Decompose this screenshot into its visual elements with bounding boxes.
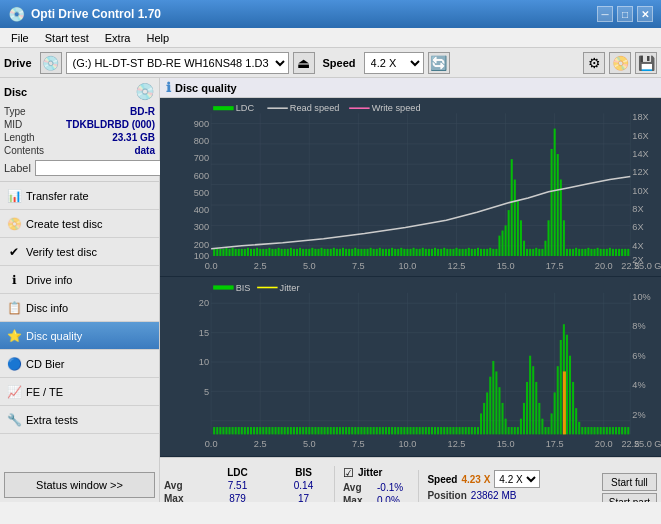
svg-rect-323 bbox=[575, 409, 577, 435]
svg-rect-37 bbox=[271, 249, 273, 256]
svg-rect-220 bbox=[259, 427, 261, 434]
menu-extra[interactable]: Extra bbox=[98, 29, 138, 47]
contents-row: Contents data bbox=[4, 144, 155, 157]
svg-rect-149 bbox=[615, 249, 617, 256]
svg-rect-304 bbox=[517, 427, 519, 434]
verify-test-disc-icon: ✔ bbox=[6, 245, 22, 259]
settings-button[interactable]: ⚙ bbox=[583, 52, 605, 74]
close-button[interactable]: ✕ bbox=[637, 6, 653, 22]
stats-section: LDC BIS Avg 7.51 0.14 Max 879 17 Total 2… bbox=[160, 457, 661, 502]
sidebar-item-fe-te[interactable]: 📈 FE / TE bbox=[0, 378, 159, 406]
svg-rect-54 bbox=[324, 249, 326, 256]
svg-rect-277 bbox=[434, 427, 436, 434]
svg-rect-46 bbox=[299, 248, 301, 256]
svg-rect-362 bbox=[213, 286, 233, 290]
svg-text:5: 5 bbox=[204, 387, 209, 397]
speed-select[interactable]: 4.2 X bbox=[364, 52, 424, 74]
svg-rect-55 bbox=[327, 249, 329, 256]
svg-rect-123 bbox=[535, 248, 537, 256]
eject-button[interactable]: ⏏ bbox=[293, 52, 315, 74]
drive-select[interactable]: (G:) HL-DT-ST BD-RE WH16NS48 1.D3 bbox=[66, 52, 289, 74]
sidebar-item-extra-tests[interactable]: 🔧 Extra tests bbox=[0, 406, 159, 434]
label-input[interactable] bbox=[35, 160, 168, 176]
jitter-section: ☑ Jitter Avg -0.1% Max 0.0% Total 379524 bbox=[334, 466, 410, 502]
svg-rect-279 bbox=[440, 427, 442, 434]
svg-rect-315 bbox=[551, 414, 553, 435]
svg-rect-84 bbox=[416, 249, 418, 256]
svg-rect-328 bbox=[590, 427, 592, 434]
svg-rect-56 bbox=[330, 249, 332, 256]
svg-rect-33 bbox=[259, 249, 261, 256]
svg-rect-267 bbox=[403, 427, 405, 434]
menu-help[interactable]: Help bbox=[139, 29, 176, 47]
svg-rect-266 bbox=[400, 427, 402, 434]
svg-rect-96 bbox=[452, 249, 454, 256]
svg-rect-82 bbox=[409, 249, 411, 256]
svg-rect-74 bbox=[385, 249, 387, 256]
svg-text:6%: 6% bbox=[632, 351, 645, 361]
length-label: Length bbox=[4, 132, 35, 143]
svg-rect-129 bbox=[554, 129, 556, 256]
svg-rect-22 bbox=[225, 248, 227, 256]
speed-header: Speed 4.23 X 4.2 X bbox=[427, 470, 540, 488]
svg-rect-124 bbox=[538, 249, 540, 256]
svg-rect-256 bbox=[370, 427, 372, 434]
svg-rect-336 bbox=[615, 427, 617, 434]
drive-icon-btn[interactable]: 💿 bbox=[40, 52, 62, 74]
disc-action-button[interactable]: 📀 bbox=[609, 52, 631, 74]
content-area: ℹ Disc quality bbox=[160, 78, 661, 502]
start-full-button[interactable]: Start full bbox=[602, 473, 657, 491]
svg-rect-29 bbox=[247, 248, 249, 256]
svg-rect-148 bbox=[612, 249, 614, 256]
svg-rect-236 bbox=[308, 427, 310, 434]
sidebar-item-create-test-disc[interactable]: 📀 Create test disc bbox=[0, 210, 159, 238]
svg-rect-41 bbox=[284, 249, 286, 256]
sidebar-item-cd-bier[interactable]: 🔵 CD Bier bbox=[0, 350, 159, 378]
speed-section: Speed 4.23 X 4.2 X Position 23862 MB Sam… bbox=[418, 470, 540, 502]
sidebar-item-disc-quality[interactable]: ⭐ Disc quality bbox=[0, 322, 159, 350]
save-button[interactable]: 💾 bbox=[635, 52, 657, 74]
svg-rect-224 bbox=[271, 427, 273, 434]
max-bis: 17 bbox=[281, 493, 326, 502]
sidebar-item-drive-info[interactable]: ℹ Drive info bbox=[0, 266, 159, 294]
svg-rect-118 bbox=[520, 220, 522, 256]
maximize-button[interactable]: □ bbox=[617, 6, 633, 22]
jitter-avg-row: Avg -0.1% bbox=[343, 482, 410, 493]
refresh-button[interactable]: 🔄 bbox=[428, 52, 450, 74]
svg-rect-52 bbox=[317, 249, 319, 256]
quality-header: ℹ Disc quality bbox=[160, 78, 661, 98]
sidebar-item-verify-test-disc[interactable]: ✔ Verify test disc bbox=[0, 238, 159, 266]
svg-rect-98 bbox=[459, 249, 461, 256]
sidebar-item-transfer-rate[interactable]: 📊 Transfer rate bbox=[0, 182, 159, 210]
speed-selector[interactable]: 4.2 X bbox=[494, 470, 540, 488]
minimize-button[interactable]: ─ bbox=[597, 6, 613, 22]
svg-rect-288 bbox=[468, 427, 470, 434]
sidebar: Disc 💿 Type BD-R MID TDKBLDRBD (000) Len… bbox=[0, 78, 160, 502]
svg-rect-341 bbox=[563, 372, 566, 435]
svg-rect-257 bbox=[373, 427, 375, 434]
svg-rect-300 bbox=[505, 419, 507, 435]
svg-rect-92 bbox=[440, 249, 442, 256]
status-window-button[interactable]: Status window >> bbox=[4, 472, 155, 498]
jitter-checkbox[interactable]: ☑ bbox=[343, 466, 354, 480]
ldc-col-header: LDC bbox=[210, 467, 265, 478]
svg-rect-281 bbox=[446, 427, 448, 434]
svg-rect-141 bbox=[590, 249, 592, 256]
svg-rect-86 bbox=[422, 248, 424, 256]
sidebar-item-disc-info[interactable]: 📋 Disc info bbox=[0, 294, 159, 322]
menu-start-test[interactable]: Start test bbox=[38, 29, 96, 47]
start-part-button[interactable]: Start part bbox=[602, 493, 657, 502]
svg-rect-213 bbox=[238, 427, 240, 434]
svg-rect-87 bbox=[425, 249, 427, 256]
svg-rect-71 bbox=[376, 249, 378, 256]
svg-rect-262 bbox=[388, 427, 390, 434]
svg-rect-316 bbox=[554, 393, 556, 435]
cd-bier-label: CD Bier bbox=[26, 358, 65, 370]
menu-file[interactable]: File bbox=[4, 29, 36, 47]
svg-rect-231 bbox=[293, 427, 295, 434]
svg-rect-68 bbox=[367, 249, 369, 256]
svg-rect-212 bbox=[235, 427, 237, 434]
disc-section-label: Disc bbox=[4, 86, 27, 98]
svg-rect-223 bbox=[268, 427, 270, 434]
svg-text:400: 400 bbox=[194, 205, 209, 215]
